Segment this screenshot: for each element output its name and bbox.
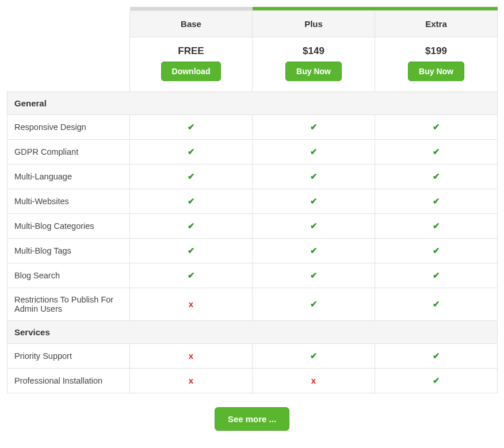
feature-value: ✔ [253, 343, 375, 368]
feature-label: Multi-Language [7, 164, 130, 189]
feature-value: x [130, 368, 253, 393]
feature-label: Priority Support [7, 343, 130, 368]
feature-value: ✔ [253, 263, 375, 288]
feature-value: x [130, 288, 253, 320]
feature-value: ✔ [253, 164, 375, 189]
pricing-table: BasePlusExtraFREEDownload$149Buy Now$199… [7, 7, 498, 393]
feature-value: ✔ [130, 213, 253, 238]
feature-value: ✔ [375, 164, 498, 189]
feature-value: ✔ [130, 238, 253, 263]
check-icon: ✔ [310, 299, 318, 309]
plan-cta-cell-extra: $199Buy Now [375, 37, 498, 91]
feature-label: Multi-Blog Categories [7, 213, 130, 238]
check-icon: ✔ [310, 351, 318, 361]
check-icon: ✔ [310, 147, 318, 156]
check-icon: ✔ [310, 122, 318, 132]
plan-name-base: Base [130, 10, 253, 37]
feature-value: ✔ [375, 343, 498, 368]
plan-price-plus: $149 [257, 45, 370, 57]
feature-value: ✔ [375, 213, 498, 238]
feature-label: Multi-Websites [7, 189, 130, 213]
feature-value: ✔ [253, 213, 375, 238]
download-button[interactable]: Download [161, 62, 222, 81]
feature-label: Restrictions To Publish For Admin Users [7, 288, 130, 320]
table-row: GDPR Compliant✔✔✔ [7, 139, 498, 164]
feature-value: ✔ [375, 288, 498, 320]
feature-label: GDPR Compliant [7, 139, 130, 164]
check-icon: ✔ [433, 122, 440, 132]
table-row: Blog Search✔✔✔ [7, 263, 498, 288]
feature-value: ✔ [375, 189, 498, 213]
check-icon: ✔ [188, 221, 195, 231]
feature-value: ✔ [375, 114, 498, 139]
feature-value: ✔ [130, 139, 253, 164]
plan-cta-cell-plus: $149Buy Now [253, 37, 375, 91]
table-row: Professional Installationxx✔ [7, 368, 498, 393]
section-heading: Services [7, 320, 498, 343]
feature-value: ✔ [375, 263, 498, 288]
feature-value: ✔ [130, 164, 253, 189]
plan-name-plus: Plus [253, 10, 375, 37]
table-row: Multi-Websites✔✔✔ [7, 189, 498, 213]
cross-icon: x [189, 299, 193, 309]
check-icon: ✔ [433, 376, 440, 385]
check-icon: ✔ [188, 246, 195, 255]
table-row: Multi-Language✔✔✔ [7, 164, 498, 189]
table-row: Restrictions To Publish For Admin Usersx… [7, 288, 498, 320]
feature-value: ✔ [130, 263, 253, 288]
check-icon: ✔ [433, 299, 440, 309]
plan-price-base: FREE [135, 45, 247, 57]
check-icon: ✔ [310, 221, 318, 231]
check-icon: ✔ [188, 270, 195, 280]
check-icon: ✔ [433, 270, 440, 280]
check-icon: ✔ [433, 221, 440, 231]
buy-now-button-extra[interactable]: Buy Now [408, 62, 464, 81]
check-icon: ✔ [433, 351, 440, 361]
feature-value: ✔ [375, 238, 498, 263]
check-icon: ✔ [188, 147, 195, 156]
table-row: Multi-Blog Tags✔✔✔ [7, 238, 498, 263]
feature-label: Blog Search [7, 263, 130, 288]
feature-label: Responsive Design [7, 114, 130, 139]
feature-label: Professional Installation [7, 368, 130, 393]
cross-icon: x [189, 376, 193, 385]
plan-price-extra: $199 [380, 45, 492, 57]
cross-icon: x [311, 376, 316, 385]
section-heading: General [7, 91, 498, 114]
feature-value: ✔ [253, 139, 375, 164]
see-more-button[interactable]: See more ... [215, 407, 289, 431]
feature-label: Multi-Blog Tags [7, 238, 130, 263]
table-row: Responsive Design✔✔✔ [7, 114, 498, 139]
feature-value: ✔ [253, 288, 375, 320]
table-row: Priority Supportx✔✔ [7, 343, 498, 368]
feature-value: ✔ [253, 238, 375, 263]
check-icon: ✔ [433, 196, 440, 206]
feature-value: x [130, 343, 253, 368]
buy-now-button-plus[interactable]: Buy Now [285, 62, 342, 81]
check-icon: ✔ [310, 246, 318, 255]
feature-value: x [253, 368, 375, 393]
feature-value: ✔ [253, 189, 375, 213]
plan-cta-cell-base: FREEDownload [130, 37, 253, 91]
feature-value: ✔ [130, 114, 253, 139]
check-icon: ✔ [433, 147, 440, 156]
feature-value: ✔ [253, 114, 375, 139]
cross-icon: x [189, 351, 193, 361]
check-icon: ✔ [310, 196, 318, 206]
feature-value: ✔ [375, 139, 498, 164]
check-icon: ✔ [310, 270, 318, 280]
feature-value: ✔ [375, 368, 498, 393]
check-icon: ✔ [433, 246, 440, 255]
plan-name-extra: Extra [375, 10, 498, 37]
table-row: Multi-Blog Categories✔✔✔ [7, 213, 498, 238]
check-icon: ✔ [188, 122, 195, 132]
feature-value: ✔ [130, 189, 253, 213]
check-icon: ✔ [188, 196, 195, 206]
check-icon: ✔ [188, 171, 195, 181]
check-icon: ✔ [310, 171, 318, 181]
check-icon: ✔ [433, 171, 440, 181]
